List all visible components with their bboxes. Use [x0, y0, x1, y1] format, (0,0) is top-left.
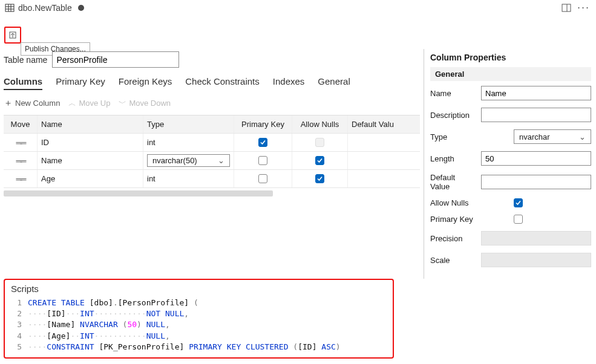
pk-checkbox[interactable] — [258, 156, 267, 165]
tab-columns[interactable]: Columns — [4, 76, 42, 90]
tab-indexes[interactable]: Indexes — [273, 76, 305, 90]
prop-description-input[interactable] — [481, 108, 591, 122]
tablename-row: Table name — [4, 51, 420, 68]
plus-icon: ＋ — [4, 97, 13, 109]
prop-type-select[interactable]: nvarchar ⌄ — [514, 129, 591, 144]
column-actions: ＋ New Column ︿ Move Up ﹀ Move Down — [4, 97, 420, 109]
table-icon — [5, 3, 15, 13]
new-column-button[interactable]: ＋ New Column — [4, 97, 60, 109]
nulls-checkbox[interactable] — [315, 138, 324, 147]
type-value: int — [147, 138, 156, 147]
hdr-nulls: Allow Nulls — [292, 115, 348, 133]
type-value: nvarchar(50) — [152, 156, 197, 165]
new-column-label: New Column — [15, 99, 60, 108]
nulls-checkbox[interactable] — [315, 156, 324, 165]
prop-name: Name — [430, 86, 591, 100]
drag-handle-icon[interactable]: ══ — [16, 156, 25, 166]
prop-default-label: Default Value — [430, 173, 476, 191]
move-down-label: Move Down — [129, 99, 171, 108]
tablename-label: Table name — [4, 55, 47, 65]
prop-length: Length — [430, 151, 591, 166]
prop-precision: Precision — [430, 231, 591, 245]
props-title: Column Properties — [430, 53, 591, 62]
prop-name-label: Name — [430, 89, 476, 98]
prop-scale: Scale — [430, 253, 591, 267]
properties-pane: Column Properties General Name Descripti… — [424, 49, 596, 279]
chevron-down-icon: ﹀ — [119, 98, 126, 109]
columns-grid: Move Name Type Primary Key Allow Nulls D… — [4, 115, 420, 188]
line-number: 1 — [11, 297, 22, 308]
prop-name-input[interactable] — [481, 86, 591, 100]
svg-rect-5 — [562, 4, 571, 11]
prop-description: Description — [430, 108, 591, 122]
move-up-label: Move Up — [79, 99, 110, 108]
svg-rect-0 — [5, 4, 14, 11]
hdr-pk: Primary Key — [234, 115, 292, 133]
dirty-indicator-icon — [78, 5, 84, 11]
pk-checkbox[interactable] — [258, 174, 267, 183]
tab-check-constraints[interactable]: Check Constraints — [185, 76, 260, 90]
chevron-down-icon: ⌄ — [218, 156, 224, 165]
move-up-button[interactable]: ︿ Move Up — [68, 98, 110, 109]
prop-type: Type nvarchar ⌄ — [430, 129, 591, 144]
prop-primary-key: Primary Key — [430, 215, 591, 224]
tab-general[interactable]: General — [318, 76, 350, 90]
main-area: Table name Columns Primary Key Foreign K… — [0, 15, 596, 361]
pk-checkbox[interactable] — [258, 138, 267, 147]
tab-primary-key[interactable]: Primary Key — [56, 76, 105, 90]
prop-length-label: Length — [430, 154, 476, 163]
split-panel-icon[interactable] — [562, 3, 571, 13]
column-name: ID — [41, 138, 49, 147]
tab-foreign-keys[interactable]: Foreign Keys — [119, 76, 172, 90]
column-name: Age — [41, 174, 55, 183]
line-number: 3 — [11, 319, 22, 330]
type-value: int — [147, 174, 156, 183]
hdr-move: Move — [4, 115, 38, 133]
designer-pane: Table name Columns Primary Key Foreign K… — [0, 15, 424, 361]
line-number: 4 — [11, 331, 22, 342]
table-row[interactable]: ══IDint — [4, 134, 420, 152]
type-select[interactable]: nvarchar(50)⌄ — [147, 154, 230, 167]
prop-allow-nulls-label: Allow Nulls — [430, 198, 509, 207]
move-down-button[interactable]: ﹀ Move Down — [119, 98, 171, 109]
line-number: 2 — [11, 308, 22, 319]
designer-tabs: Columns Primary Key Foreign Keys Check C… — [4, 76, 420, 90]
grid-hscrollbar[interactable] — [4, 190, 273, 197]
prop-precision-label: Precision — [430, 234, 476, 243]
prop-type-label: Type — [430, 132, 509, 141]
table-row[interactable]: ══Ageint — [4, 170, 420, 188]
chevron-down-icon: ⌄ — [579, 132, 586, 141]
prop-allow-nulls-checkbox[interactable] — [514, 198, 523, 207]
scripts-title: Scripts — [11, 284, 387, 294]
prop-primary-key-checkbox[interactable] — [514, 215, 523, 224]
prop-primary-key-label: Primary Key — [430, 215, 509, 224]
hdr-type: Type — [143, 115, 234, 133]
prop-scale-input — [481, 253, 591, 267]
column-name: Name — [41, 156, 62, 165]
nulls-checkbox[interactable] — [315, 174, 324, 183]
prop-length-input[interactable] — [481, 151, 591, 166]
prop-default-input[interactable] — [481, 175, 591, 189]
prop-type-value: nvarchar — [519, 132, 550, 141]
props-section-general: General — [430, 67, 591, 81]
chevron-up-icon: ︿ — [68, 98, 76, 109]
script-code[interactable]: 1CREATE TABLE [dbo].[PersonProfile] (2··… — [11, 297, 387, 353]
prop-description-label: Description — [430, 111, 476, 120]
titlebar: dbo.NewTable ··· — [0, 0, 596, 15]
drag-handle-icon[interactable]: ══ — [16, 138, 25, 148]
drag-handle-icon[interactable]: ══ — [16, 174, 25, 184]
table-row[interactable]: ══Namenvarchar(50)⌄ — [4, 152, 420, 170]
prop-default: Default Value — [430, 173, 591, 191]
grid-header: Move Name Type Primary Key Allow Nulls D… — [4, 115, 420, 134]
more-icon[interactable]: ··· — [577, 1, 590, 14]
scripts-panel: Scripts 1CREATE TABLE [dbo].[PersonProfi… — [4, 279, 394, 359]
line-number: 5 — [11, 342, 22, 353]
hdr-def: Default Valu — [348, 115, 408, 133]
titlebar-actions: ··· — [562, 1, 590, 14]
prop-precision-input — [481, 231, 591, 245]
tab-title[interactable]: dbo.NewTable — [18, 3, 72, 13]
prop-allow-nulls: Allow Nulls — [430, 198, 591, 207]
tablename-input[interactable] — [52, 51, 179, 68]
hdr-name: Name — [38, 115, 143, 133]
titlebar-left: dbo.NewTable — [5, 3, 84, 13]
